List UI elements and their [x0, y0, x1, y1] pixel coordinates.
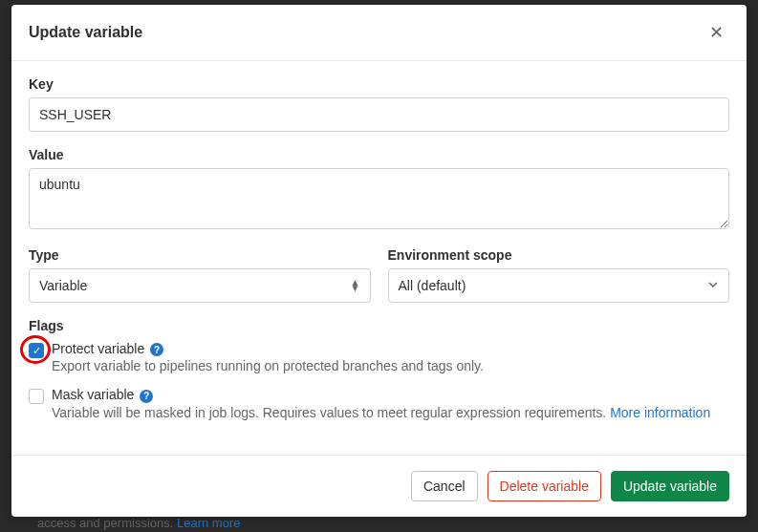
close-icon: ✕: [709, 23, 724, 42]
update-variable-button[interactable]: Update variable: [611, 471, 729, 501]
modal-body: Key Value ubuntu Type Variable ▲▼ Enviro…: [11, 61, 747, 455]
chevron-down-icon: [707, 278, 719, 293]
type-select[interactable]: Variable ▲▼: [29, 268, 371, 303]
scope-selected-value: All (default): [399, 278, 708, 293]
close-button[interactable]: ✕: [704, 20, 729, 45]
modal-footer: Cancel Delete variable Update variable: [11, 455, 747, 517]
protect-variable-label: Protect variable: [52, 341, 144, 356]
background-text: access and permissions.: [37, 516, 177, 530]
more-information-link[interactable]: More information: [610, 405, 710, 420]
mask-desc-text: Variable will be masked in job logs. Req…: [52, 405, 610, 420]
modal-title: Update variable: [29, 24, 142, 41]
key-label: Key: [29, 76, 729, 92]
delete-variable-button[interactable]: Delete variable: [487, 471, 601, 501]
cancel-button[interactable]: Cancel: [411, 471, 478, 501]
mask-variable-label: Mask variable: [52, 387, 134, 402]
mask-variable-description: Variable will be masked in job logs. Req…: [52, 405, 729, 420]
mask-variable-checkbox[interactable]: [29, 389, 44, 404]
flags-label: Flags: [29, 318, 729, 333]
type-label: Type: [29, 247, 371, 263]
scope-select[interactable]: All (default): [388, 268, 730, 303]
key-input[interactable]: [29, 97, 729, 132]
value-textarea[interactable]: ubuntu: [29, 168, 729, 229]
protect-variable-checkbox[interactable]: ✓: [29, 343, 44, 358]
protect-variable-description: Export variable to pipelines running on …: [52, 358, 729, 373]
type-selected-value: Variable: [39, 278, 351, 293]
scope-label: Environment scope: [388, 247, 730, 263]
update-variable-modal: Update variable ✕ Key Value ubuntu Type …: [11, 5, 747, 517]
learn-more-link[interactable]: Learn more: [177, 516, 240, 530]
value-label: Value: [29, 147, 729, 162]
checkmark-icon: ✓: [32, 345, 41, 357]
help-icon[interactable]: ?: [150, 343, 163, 356]
help-icon[interactable]: ?: [140, 390, 153, 403]
sort-icon: ▲▼: [351, 280, 360, 291]
modal-header: Update variable ✕: [11, 5, 747, 61]
